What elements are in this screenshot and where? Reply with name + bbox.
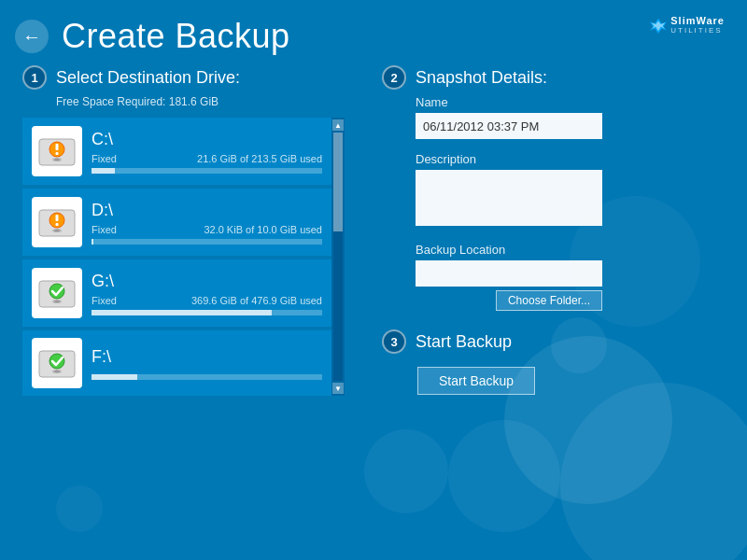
backup-location-field-group: Backup Location Choose Folder... bbox=[416, 243, 725, 311]
drive-info-d: D:\ Fixed 32.0 KiB of 10.0 GiB used bbox=[92, 201, 322, 245]
brand-sub: UTILITIES bbox=[670, 26, 725, 35]
start-backup-button[interactable]: Start Backup bbox=[417, 367, 535, 395]
backup-location-input[interactable] bbox=[416, 260, 602, 287]
drive-letter-d: D:\ bbox=[92, 201, 322, 220]
drive-icon-wrap-d bbox=[32, 197, 82, 247]
svg-rect-13 bbox=[56, 215, 59, 221]
drive-item-d[interactable]: D:\ Fixed 32.0 KiB of 10.0 GiB used bbox=[22, 189, 331, 256]
snapshot-section: 2 Snapshot Details: Name Description Bac… bbox=[382, 65, 725, 311]
scroll-down-button[interactable]: ▼ bbox=[332, 383, 344, 394]
backup-location-label: Backup Location bbox=[416, 243, 725, 257]
svg-point-11 bbox=[54, 230, 60, 231]
back-button[interactable]: ← bbox=[15, 20, 49, 53]
description-field-group: Description bbox=[416, 152, 725, 230]
drive-item-f[interactable]: F:\ bbox=[22, 330, 331, 396]
description-input[interactable] bbox=[416, 170, 602, 226]
drive-letter-f: F:\ bbox=[92, 347, 322, 367]
choose-folder-button[interactable]: Choose Folder... bbox=[496, 290, 602, 311]
drive-usage-g: 369.6 GiB of 476.9 GiB used bbox=[191, 295, 322, 306]
drive-icon-f bbox=[35, 342, 78, 385]
scrollbar: ▲ ▼ bbox=[331, 118, 345, 396]
name-input[interactable] bbox=[416, 113, 602, 139]
drive-icon-wrap-g bbox=[32, 268, 82, 318]
drive-type-row-d: Fixed 32.0 KiB of 10.0 GiB used bbox=[92, 224, 322, 235]
svg-rect-7 bbox=[56, 144, 59, 150]
svg-rect-8 bbox=[56, 152, 59, 155]
drive-info-g: G:\ Fixed 369.6 GiB of 476.9 GiB used bbox=[92, 272, 322, 315]
drive-type-c: Fixed bbox=[92, 153, 117, 164]
start-backup-section: 3 Start Backup Start Backup bbox=[382, 329, 725, 395]
step1-badge: 1 bbox=[22, 65, 47, 90]
drive-bar-fill-c bbox=[92, 168, 115, 174]
drive-bar-fill-d bbox=[92, 239, 93, 245]
main-content: 1 Select Destination Drive: Free Space R… bbox=[0, 65, 747, 396]
drive-icon-d bbox=[35, 201, 78, 244]
drive-info-c: C:\ Fixed 21.6 GiB of 213.5 GiB used bbox=[92, 130, 322, 174]
name-field-group: Name bbox=[416, 95, 725, 139]
step3-header: 3 Start Backup bbox=[382, 329, 725, 354]
drive-icon-wrap-c bbox=[32, 126, 82, 176]
drive-list-container: C:\ Fixed 21.6 GiB of 213.5 GiB used bbox=[22, 118, 345, 396]
drive-bar-fill-g bbox=[92, 310, 272, 315]
drive-icon-c bbox=[35, 130, 78, 173]
drive-info-f: F:\ bbox=[92, 347, 322, 380]
step2-badge: 2 bbox=[382, 65, 406, 90]
description-label: Description bbox=[416, 152, 725, 166]
name-label: Name bbox=[416, 95, 725, 109]
drive-bar-d bbox=[92, 239, 322, 245]
scroll-thumb-area bbox=[333, 133, 343, 381]
drive-type-g: Fixed bbox=[92, 295, 117, 306]
svg-point-5 bbox=[54, 159, 60, 161]
brand-icon bbox=[650, 17, 667, 34]
drive-item-c[interactable]: C:\ Fixed 21.6 GiB of 213.5 GiB used bbox=[22, 118, 331, 185]
step1-subtitle: Free Space Required: 181.6 GiB bbox=[56, 95, 345, 108]
right-panel: 2 Snapshot Details: Name Description Bac… bbox=[382, 65, 725, 396]
page-title: Create Backup bbox=[62, 17, 290, 56]
drive-letter-c: C:\ bbox=[92, 130, 322, 149]
drive-list: C:\ Fixed 21.6 GiB of 213.5 GiB used bbox=[22, 118, 331, 396]
step3-title: Start Backup bbox=[416, 332, 512, 352]
brand-name: SlimWare bbox=[670, 15, 725, 26]
drive-bar-c bbox=[92, 168, 322, 174]
svg-rect-14 bbox=[56, 223, 59, 226]
scroll-up-button[interactable]: ▲ bbox=[332, 119, 344, 131]
brand-logo: SlimWare UTILITIES bbox=[650, 15, 725, 35]
svg-point-21 bbox=[54, 371, 60, 372]
header: ← Create Backup SlimWare UTILITIES bbox=[0, 0, 747, 65]
left-panel: 1 Select Destination Drive: Free Space R… bbox=[22, 65, 345, 396]
step1-header: 1 Select Destination Drive: bbox=[22, 65, 345, 90]
drive-letter-g: G:\ bbox=[92, 272, 322, 291]
drive-type-d: Fixed bbox=[92, 224, 117, 235]
drive-icon-g bbox=[35, 272, 78, 315]
drive-usage-c: 21.6 GiB of 213.5 GiB used bbox=[197, 153, 322, 164]
svg-point-17 bbox=[54, 301, 60, 302]
drive-bar-f bbox=[92, 374, 322, 380]
step2-header: 2 Snapshot Details: bbox=[382, 65, 725, 90]
drive-usage-d: 32.0 KiB of 10.0 GiB used bbox=[204, 224, 322, 235]
step2-title: Snapshot Details: bbox=[416, 68, 547, 88]
drive-type-row-c: Fixed 21.6 GiB of 213.5 GiB used bbox=[92, 153, 322, 164]
drive-type-row-g: Fixed 369.6 GiB of 476.9 GiB used bbox=[92, 295, 322, 306]
scroll-thumb[interactable] bbox=[333, 133, 343, 231]
step3-badge: 3 bbox=[382, 329, 406, 354]
drive-icon-wrap-f bbox=[32, 338, 82, 388]
drive-bar-fill-f bbox=[92, 374, 137, 380]
step1-title: Select Destination Drive: bbox=[56, 68, 240, 88]
drive-item-g[interactable]: G:\ Fixed 369.6 GiB of 476.9 GiB used bbox=[22, 259, 331, 327]
drive-bar-g bbox=[92, 310, 322, 315]
